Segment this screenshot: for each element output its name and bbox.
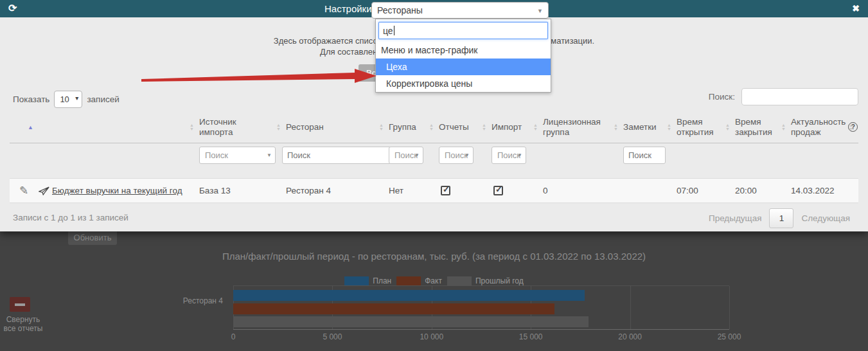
chart-plot-area <box>233 285 729 330</box>
minus-icon <box>15 303 25 306</box>
sort-icon: ▲▼ <box>533 123 538 131</box>
legend-item-lastyear: Прошлый год <box>447 276 524 285</box>
bar-fact <box>233 303 554 314</box>
column-restaurant[interactable]: Ресторан▲▼ <box>286 111 389 143</box>
text-caret <box>394 26 394 35</box>
collapse-all-reports-label: Свернуть все отчеты <box>0 315 46 333</box>
cell-sales-actuality: 14.03.2022 <box>791 186 858 195</box>
column-group[interactable]: Группа▲▼ <box>389 111 439 143</box>
search-label: Поиск: <box>709 92 735 102</box>
sort-icon: ▲▼ <box>276 123 281 131</box>
sort-icon: ▲▼ <box>190 123 194 131</box>
x-tick: 15 000 <box>519 332 543 341</box>
cell-restaurant: Ресторан 4 <box>286 186 389 195</box>
legend-swatch-lastyear <box>447 276 472 285</box>
table-row: ✎ Бюджет выручки на текущий год База 13 … <box>10 178 858 203</box>
x-tick: 0 <box>231 332 236 341</box>
filter-source-select[interactable]: Поиск▼ <box>199 147 276 164</box>
table-filter-row: Поиск▼ Поиск▼ Поиск▼ Поиск▼ <box>10 147 858 170</box>
app-canvas: Обновить План/факт/прошлый период - по р… <box>0 0 868 351</box>
column-license-group[interactable]: Лицензионная группа▲▼ <box>543 111 623 143</box>
cell-group: Нет <box>389 186 439 195</box>
caret-down-icon: ▼ <box>414 152 420 158</box>
paper-plane-icon <box>39 186 49 195</box>
x-axis-ticks: 0 5 000 10 000 15 000 20 000 25 000 <box>233 332 729 343</box>
cell-close-time: 20:00 <box>735 186 791 195</box>
column-edit[interactable]: ▲ <box>10 111 39 143</box>
column-reports[interactable]: Отчеты▲▼ <box>439 111 492 143</box>
sort-icon: ▲▼ <box>614 123 618 131</box>
chart-category-label: Ресторан 4 <box>183 296 223 305</box>
pagination: Предыдущая 1 Следующая <box>709 208 850 228</box>
settings-section-dropdown: Рестораны ▼ це Меню и мастер-график Цеха… <box>371 2 549 19</box>
sort-asc-icon: ▲ <box>28 122 33 132</box>
bar-plan <box>233 290 585 301</box>
column-notes[interactable]: Заметки▲▼ <box>623 111 677 143</box>
x-tick: 25 000 <box>718 332 741 341</box>
option-tsekha[interactable]: Цеха <box>376 59 551 75</box>
column-name[interactable]: ▲▼ <box>39 111 199 143</box>
column-sales-actuality[interactable]: Актуальность продаж?▲▼ <box>791 111 858 143</box>
cell-open-time: 07:00 <box>677 186 735 195</box>
legend-label-lastyear: Прошлый год <box>475 276 524 285</box>
prev-page-button[interactable]: Предыдущая <box>709 213 762 223</box>
filter-notes-input[interactable] <box>623 147 666 164</box>
legend-item-fact: Факт <box>396 276 442 285</box>
bar-lastyear <box>233 316 589 327</box>
gridline <box>729 286 730 329</box>
section-select[interactable]: Рестораны ▼ <box>371 2 549 19</box>
sort-icon: ▲▼ <box>725 123 730 131</box>
sort-icon: ▲▼ <box>849 123 853 131</box>
sort-icon: ▲▼ <box>482 123 486 131</box>
sort-icon: ▲▼ <box>429 123 434 131</box>
next-page-button[interactable]: Следующая <box>801 213 850 223</box>
x-tick: 10 000 <box>420 332 443 341</box>
x-tick: 20 000 <box>618 332 642 341</box>
column-source[interactable]: Источник импорта▲▼ <box>199 111 286 143</box>
collapse-all-reports-button[interactable] <box>10 297 30 312</box>
option-menu-master-schedule[interactable]: Меню и мастер-график <box>376 42 551 59</box>
caret-down-icon: ▼ <box>465 152 470 158</box>
chart-title: План/факт/прошлый период - по ресторанам… <box>0 251 868 262</box>
annotation-arrow <box>139 66 378 87</box>
caret-down-icon: ▼ <box>267 152 272 158</box>
dropdown-search-input[interactable]: це <box>378 22 548 39</box>
caret-down-icon: ▼ <box>517 152 522 158</box>
column-open-time[interactable]: Время открытия▲▼ <box>677 111 735 143</box>
import-checkbox-checked[interactable] <box>493 186 503 195</box>
table-search-input[interactable] <box>741 88 858 105</box>
cell-source: База 13 <box>199 186 286 195</box>
reports-checkbox-checked[interactable] <box>441 186 450 195</box>
chart-legend: План Факт Прошлый год <box>0 276 868 285</box>
x-tick: 5 000 <box>323 332 342 341</box>
sort-icon: ▲▼ <box>667 123 671 131</box>
legend-swatch-fact <box>396 276 421 285</box>
close-icon[interactable]: ✖ <box>852 3 860 14</box>
table-info: Записи с 1 до 1 из 1 записей <box>13 213 128 222</box>
filter-import-select[interactable]: Поиск▼ <box>492 147 526 164</box>
sort-icon: ▲▼ <box>781 123 786 131</box>
show-label: Показать <box>13 94 49 104</box>
legend-label-plan: План <box>373 276 391 285</box>
legend-item-plan: План <box>344 276 391 285</box>
filter-group-select[interactable]: Поиск▼ <box>389 147 423 164</box>
legend-label-fact: Факт <box>425 276 442 285</box>
legend-swatch-plan <box>344 276 369 285</box>
refresh-icon[interactable]: ⟳ <box>8 2 17 14</box>
chevron-down-icon: ▾ <box>75 94 78 102</box>
filter-restaurant-input[interactable] <box>282 147 391 164</box>
edit-pencil-icon[interactable]: ✎ <box>19 184 28 197</box>
page-size-select[interactable]: 10 ▾ <box>54 91 82 108</box>
gridline <box>630 286 631 329</box>
section-dropdown-panel: це Меню и мастер-график Цеха Корректиров… <box>375 19 551 93</box>
option-price-adjustment[interactable]: Корректировка цены <box>376 75 551 92</box>
update-button[interactable]: Обновить <box>68 230 117 245</box>
column-import[interactable]: Импорт▲▼ <box>492 111 543 143</box>
page-1-button[interactable]: 1 <box>769 208 793 228</box>
column-close-time[interactable]: Время закрытия▲▼ <box>735 111 791 143</box>
cell-license-group: 0 <box>543 186 623 195</box>
filter-reports-select[interactable]: Поиск▼ <box>439 147 474 164</box>
budget-link[interactable]: Бюджет выручки на текущий год <box>39 186 182 195</box>
table-search-control: Поиск: <box>709 88 858 105</box>
table-header: ▲ ▲▼ Источник импорта▲▼ Ресторан▲▼ Групп… <box>10 111 858 143</box>
